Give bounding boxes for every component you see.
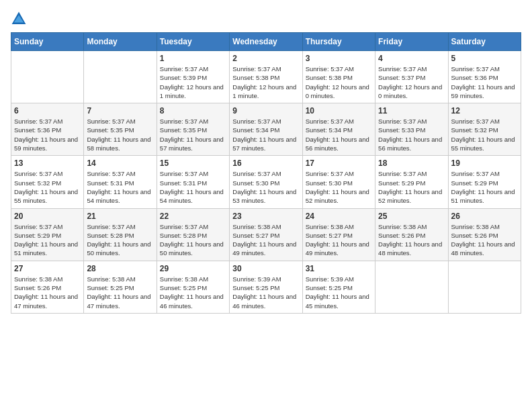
day-info: Sunrise: 5:39 AMSunset: 5:25 PMDaylight:… — [232, 275, 299, 310]
calendar-cell: 3Sunrise: 5:37 AMSunset: 5:38 PMDaylight… — [302, 51, 375, 103]
day-info: Sunrise: 5:37 AMSunset: 5:32 PMDaylight:… — [14, 169, 81, 205]
calendar-cell: 29Sunrise: 5:38 AMSunset: 5:25 PMDayligh… — [157, 261, 229, 313]
calendar-cell: 10Sunrise: 5:37 AMSunset: 5:34 PMDayligh… — [302, 103, 375, 156]
calendar-cell: 27Sunrise: 5:38 AMSunset: 5:26 PMDayligh… — [11, 261, 84, 313]
day-number: 23 — [232, 212, 299, 221]
day-number: 17 — [306, 158, 372, 168]
day-number: 5 — [451, 54, 518, 63]
calendar-cell: 5Sunrise: 5:37 AMSunset: 5:36 PMDaylight… — [448, 51, 521, 103]
calendar-cell: 31Sunrise: 5:39 AMSunset: 5:25 PMDayligh… — [302, 261, 375, 313]
calendar-cell: 16Sunrise: 5:37 AMSunset: 5:30 PMDayligh… — [230, 156, 302, 208]
day-info: Sunrise: 5:38 AMSunset: 5:26 PMDaylight:… — [378, 222, 445, 258]
calendar-week-3: 13Sunrise: 5:37 AMSunset: 5:32 PMDayligh… — [11, 156, 521, 208]
day-number: 25 — [378, 212, 445, 221]
calendar-cell — [11, 51, 84, 103]
calendar-cell — [375, 261, 448, 313]
day-info: Sunrise: 5:37 AMSunset: 5:35 PMDaylight:… — [87, 117, 153, 152]
day-info: Sunrise: 5:37 AMSunset: 5:39 PMDaylight:… — [160, 64, 226, 100]
day-info: Sunrise: 5:37 AMSunset: 5:29 PMDaylight:… — [451, 169, 518, 205]
day-number: 30 — [232, 264, 299, 273]
calendar-cell: 4Sunrise: 5:37 AMSunset: 5:37 PMDaylight… — [375, 51, 448, 103]
calendar-cell — [448, 261, 521, 313]
calendar-cell: 21Sunrise: 5:37 AMSunset: 5:28 PMDayligh… — [84, 208, 157, 261]
column-header-thursday: Thursday — [302, 33, 375, 51]
day-number: 16 — [232, 158, 299, 168]
day-number: 10 — [306, 106, 372, 116]
day-info: Sunrise: 5:37 AMSunset: 5:30 PMDaylight:… — [306, 169, 372, 205]
calendar-cell: 13Sunrise: 5:37 AMSunset: 5:32 PMDayligh… — [11, 156, 84, 208]
calendar-cell: 1Sunrise: 5:37 AMSunset: 5:39 PMDaylight… — [157, 51, 229, 103]
day-info: Sunrise: 5:37 AMSunset: 5:38 PMDaylight:… — [306, 64, 372, 100]
day-number: 27 — [14, 264, 81, 273]
day-number: 24 — [306, 212, 372, 221]
calendar-cell: 9Sunrise: 5:37 AMSunset: 5:34 PMDaylight… — [230, 103, 302, 156]
calendar-cell: 24Sunrise: 5:38 AMSunset: 5:27 PMDayligh… — [302, 208, 375, 261]
calendar-cell: 6Sunrise: 5:37 AMSunset: 5:36 PMDaylight… — [11, 103, 84, 156]
calendar-cell: 2Sunrise: 5:37 AMSunset: 5:38 PMDaylight… — [230, 51, 302, 103]
calendar-cell: 23Sunrise: 5:38 AMSunset: 5:27 PMDayligh… — [230, 208, 302, 261]
calendar-cell: 18Sunrise: 5:37 AMSunset: 5:29 PMDayligh… — [375, 156, 448, 208]
calendar-table: SundayMondayTuesdayWednesdayThursdayFrid… — [11, 32, 521, 314]
calendar-cell: 25Sunrise: 5:38 AMSunset: 5:26 PMDayligh… — [375, 208, 448, 261]
day-number: 8 — [160, 106, 226, 116]
day-info: Sunrise: 5:37 AMSunset: 5:36 PMDaylight:… — [14, 117, 81, 152]
calendar-cell: 22Sunrise: 5:37 AMSunset: 5:28 PMDayligh… — [157, 208, 229, 261]
day-number: 19 — [451, 158, 518, 168]
day-info: Sunrise: 5:37 AMSunset: 5:36 PMDaylight:… — [451, 64, 518, 100]
logo — [11, 11, 30, 27]
calendar-cell: 28Sunrise: 5:38 AMSunset: 5:25 PMDayligh… — [84, 261, 157, 313]
day-info: Sunrise: 5:37 AMSunset: 5:32 PMDaylight:… — [451, 117, 518, 152]
day-info: Sunrise: 5:37 AMSunset: 5:34 PMDaylight:… — [232, 117, 299, 152]
column-header-monday: Monday — [84, 33, 157, 51]
day-number: 2 — [232, 54, 299, 63]
calendar-cell: 30Sunrise: 5:39 AMSunset: 5:25 PMDayligh… — [230, 261, 302, 313]
day-info: Sunrise: 5:37 AMSunset: 5:28 PMDaylight:… — [160, 222, 226, 258]
day-number: 20 — [14, 212, 81, 221]
calendar-cell: 14Sunrise: 5:37 AMSunset: 5:31 PMDayligh… — [84, 156, 157, 208]
page-header — [11, 11, 521, 27]
day-number: 6 — [14, 106, 81, 116]
day-info: Sunrise: 5:39 AMSunset: 5:25 PMDaylight:… — [306, 275, 372, 310]
calendar-cell: 19Sunrise: 5:37 AMSunset: 5:29 PMDayligh… — [448, 156, 521, 208]
day-number: 7 — [87, 106, 153, 116]
calendar-header-row: SundayMondayTuesdayWednesdayThursdayFrid… — [11, 33, 521, 51]
calendar-cell: 11Sunrise: 5:37 AMSunset: 5:33 PMDayligh… — [375, 103, 448, 156]
calendar-cell: 12Sunrise: 5:37 AMSunset: 5:32 PMDayligh… — [448, 103, 521, 156]
calendar-cell: 26Sunrise: 5:38 AMSunset: 5:26 PMDayligh… — [448, 208, 521, 261]
calendar-cell: 8Sunrise: 5:37 AMSunset: 5:35 PMDaylight… — [157, 103, 229, 156]
day-info: Sunrise: 5:37 AMSunset: 5:28 PMDaylight:… — [87, 222, 153, 258]
calendar-cell: 7Sunrise: 5:37 AMSunset: 5:35 PMDaylight… — [84, 103, 157, 156]
day-number: 26 — [451, 212, 518, 221]
logo-icon — [11, 11, 27, 27]
column-header-tuesday: Tuesday — [157, 33, 229, 51]
day-number: 1 — [160, 54, 226, 63]
day-info: Sunrise: 5:37 AMSunset: 5:33 PMDaylight:… — [378, 117, 445, 152]
day-number: 28 — [87, 264, 153, 273]
day-info: Sunrise: 5:38 AMSunset: 5:25 PMDaylight:… — [87, 275, 153, 310]
day-info: Sunrise: 5:37 AMSunset: 5:38 PMDaylight:… — [232, 64, 299, 100]
day-info: Sunrise: 5:38 AMSunset: 5:26 PMDaylight:… — [14, 275, 81, 310]
day-info: Sunrise: 5:37 AMSunset: 5:35 PMDaylight:… — [160, 117, 226, 152]
day-info: Sunrise: 5:37 AMSunset: 5:29 PMDaylight:… — [378, 169, 445, 205]
day-number: 22 — [160, 212, 226, 221]
calendar-cell: 15Sunrise: 5:37 AMSunset: 5:31 PMDayligh… — [157, 156, 229, 208]
column-header-sunday: Sunday — [11, 33, 84, 51]
day-info: Sunrise: 5:37 AMSunset: 5:34 PMDaylight:… — [306, 117, 372, 152]
calendar-week-5: 27Sunrise: 5:38 AMSunset: 5:26 PMDayligh… — [11, 261, 521, 313]
day-number: 11 — [378, 106, 445, 116]
day-info: Sunrise: 5:37 AMSunset: 5:37 PMDaylight:… — [378, 64, 445, 100]
calendar-cell: 20Sunrise: 5:37 AMSunset: 5:29 PMDayligh… — [11, 208, 84, 261]
column-header-wednesday: Wednesday — [230, 33, 302, 51]
day-info: Sunrise: 5:38 AMSunset: 5:26 PMDaylight:… — [451, 222, 518, 258]
calendar-week-2: 6Sunrise: 5:37 AMSunset: 5:36 PMDaylight… — [11, 103, 521, 156]
day-number: 9 — [232, 106, 299, 116]
day-number: 12 — [451, 106, 518, 116]
day-number: 3 — [306, 54, 372, 63]
day-info: Sunrise: 5:37 AMSunset: 5:29 PMDaylight:… — [14, 222, 81, 258]
calendar-cell: 17Sunrise: 5:37 AMSunset: 5:30 PMDayligh… — [302, 156, 375, 208]
column-header-friday: Friday — [375, 33, 448, 51]
calendar-week-1: 1Sunrise: 5:37 AMSunset: 5:39 PMDaylight… — [11, 51, 521, 103]
column-header-saturday: Saturday — [448, 33, 521, 51]
day-info: Sunrise: 5:37 AMSunset: 5:30 PMDaylight:… — [232, 169, 299, 205]
day-number: 14 — [87, 158, 153, 168]
